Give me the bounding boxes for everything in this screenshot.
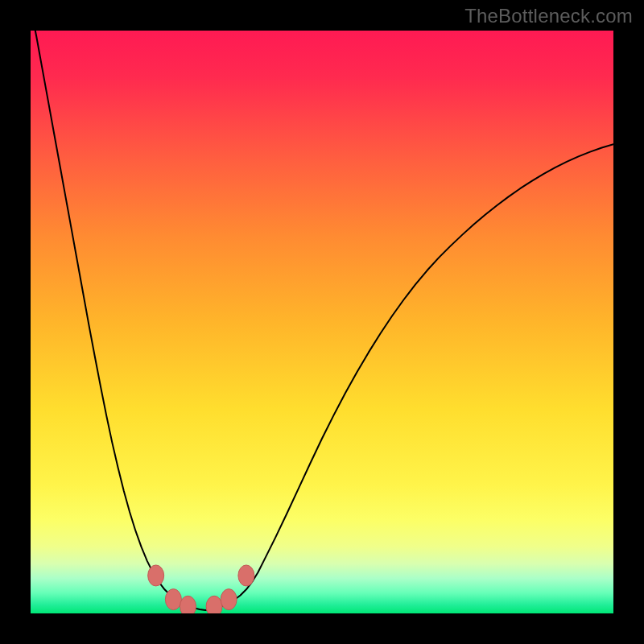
svg-rect-0 <box>31 31 613 613</box>
background-gradient <box>31 31 613 613</box>
watermark-text: TheBottleneck.com <box>464 5 633 27</box>
chart-frame: TheBottleneck.com <box>0 0 644 644</box>
plot-area <box>31 31 613 613</box>
